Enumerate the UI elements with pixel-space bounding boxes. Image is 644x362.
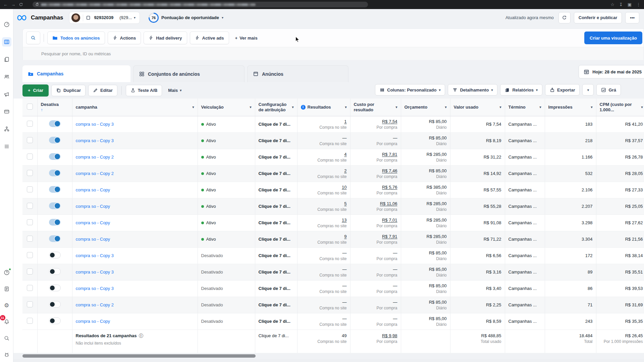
filter-chip-had-delivery[interactable]: Had delivery — [144, 32, 187, 44]
row-checkbox[interactable] — [27, 318, 33, 324]
address-bar[interactable] — [33, 2, 368, 7]
campaign-toggle[interactable] — [49, 120, 61, 127]
results-value[interactable]: 1 — [301, 119, 347, 124]
billing-icon[interactable] — [2, 107, 11, 116]
campaign-toggle[interactable] — [49, 317, 61, 324]
row-checkbox[interactable] — [27, 186, 33, 192]
results-value[interactable]: 5 — [301, 201, 347, 206]
scrollbar-thumb[interactable] — [22, 354, 256, 358]
header-impressoes[interactable]: Impressões▾ — [545, 99, 596, 116]
results-value[interactable]: 4 — [301, 152, 347, 157]
header-veiculacao[interactable]: Veiculação▾ — [198, 99, 255, 116]
tab-conjuntos-de-anuncios[interactable]: Conjuntos de anúncios — [133, 65, 245, 82]
row-checkbox[interactable] — [27, 154, 33, 160]
campaign-toggle[interactable] — [49, 301, 61, 308]
criar-button[interactable]: + Criar — [22, 84, 49, 97]
review-publish-button[interactable]: Conferir e publicar — [574, 12, 622, 23]
header-orcamento[interactable]: Orçamento▾ — [401, 99, 450, 116]
campaign-toggle[interactable] — [49, 202, 61, 209]
assets-icon[interactable] — [2, 124, 11, 134]
campaign-toggle[interactable] — [49, 137, 61, 143]
campaign-toggle[interactable] — [49, 285, 61, 291]
bell-icon[interactable]: 11 — [2, 317, 11, 326]
row-checkbox[interactable] — [27, 285, 33, 291]
campaign-toggle[interactable] — [49, 252, 61, 258]
results-value[interactable]: 2 — [301, 168, 347, 173]
campaign-name-link[interactable]: compra so - Copy 3 — [76, 286, 114, 291]
campaign-name-link[interactable]: compra so - Copy — [76, 187, 110, 192]
campaign-name-link[interactable]: compra so - Copy 3 — [76, 269, 114, 275]
search-input[interactable] — [23, 47, 644, 60]
campaign-name-link[interactable]: compra so - Copy — [76, 220, 110, 225]
header-valor-usado[interactable]: Valor usado▾ — [450, 99, 505, 116]
header-desativa[interactable]: Desativa ↑ — [37, 99, 72, 116]
campaign-name-link[interactable]: compra so - Copy 2 — [76, 171, 114, 176]
tab-campanhas[interactable]: Campanhas — [22, 65, 130, 82]
duplicar-button[interactable]: Duplicar — [51, 85, 86, 96]
campaign-name-link[interactable]: compra so - Copy — [76, 237, 110, 242]
campaign-toggle[interactable] — [49, 153, 61, 160]
pages-icon[interactable] — [2, 55, 11, 64]
teste-ab-button[interactable]: Teste A/B — [126, 85, 162, 96]
refresh-button[interactable] — [558, 12, 571, 23]
search-icon[interactable] — [2, 334, 11, 343]
header-resultados[interactable]: iResultados▾ — [297, 99, 350, 116]
campaign-name-link[interactable]: compra so - Copy — [76, 204, 110, 209]
extensions-icon[interactable]: ▣ — [628, 2, 632, 7]
header-campanha[interactable]: campanha▾ — [72, 99, 198, 116]
header-atribuicao[interactable]: Configuração de atribuição▾ — [255, 99, 297, 116]
campaigns-table-icon[interactable] — [2, 37, 11, 47]
audiences-icon[interactable] — [2, 72, 11, 81]
cost-per-result-value[interactable]: R$ 7,81 — [354, 152, 397, 157]
overview-icon[interactable] — [2, 20, 11, 29]
editar-button[interactable]: Editar — [88, 85, 117, 96]
help-icon[interactable] — [2, 268, 11, 277]
campaign-name-link[interactable]: compra so - Copy 2 — [76, 155, 114, 160]
browser-forward-icon[interactable]: → — [11, 2, 15, 7]
row-checkbox[interactable] — [27, 268, 33, 275]
gear-icon[interactable]: ⚙ — [2, 301, 11, 310]
filter-search-button[interactable] — [26, 32, 40, 44]
opportunity-score[interactable]: 76 Pontuação de oportunidade ▾ — [149, 13, 223, 23]
row-checkbox[interactable] — [27, 137, 33, 143]
header-custo[interactable]: Custo por resultado▾ — [350, 99, 401, 116]
footer-cost[interactable]: R$ 9,98 — [354, 333, 397, 338]
campaign-name-link[interactable]: compra so - Copy 2 — [76, 302, 114, 307]
header-cpm[interactable]: CPM (custo por 1.000...▾ — [596, 99, 644, 116]
browser-back-icon[interactable]: ← — [3, 2, 8, 7]
cost-per-result-value[interactable]: R$ 7,46 — [354, 168, 397, 173]
cost-per-result-value[interactable]: R$ 7,01 — [354, 218, 397, 223]
cost-per-result-value[interactable]: R$ 11,06 — [354, 201, 397, 206]
browser-menu-icon[interactable]: ⋮ — [636, 2, 641, 7]
ads-megaphone-icon[interactable] — [2, 89, 11, 99]
results-value[interactable]: 9 — [301, 234, 347, 239]
account-selector[interactable]: 92932039 (929...▾ — [69, 12, 140, 24]
download-icon[interactable]: ↧ — [619, 2, 623, 7]
row-checkbox[interactable] — [27, 170, 33, 176]
results-value[interactable]: 10 — [301, 185, 347, 190]
create-view-button[interactable]: Criar uma visualização — [584, 32, 642, 44]
bug-icon[interactable] — [2, 350, 11, 359]
row-checkbox[interactable] — [27, 203, 33, 209]
results-value[interactable]: 13 — [301, 218, 347, 223]
date-range-button[interactable]: Hoje: 28 de mai de 2025 — [579, 65, 644, 78]
cost-per-result-value[interactable]: R$ 7,54 — [354, 119, 397, 124]
row-checkbox[interactable] — [27, 252, 33, 258]
campaign-toggle[interactable] — [49, 268, 61, 275]
filter-chip-all-ads[interactable]: Todos os anúncios — [47, 32, 105, 44]
exportar-caret-button[interactable]: ▾ — [582, 84, 594, 96]
bookmark-star-icon[interactable]: ☆ — [610, 2, 614, 7]
cost-per-result-value[interactable]: R$ 5,76 — [354, 185, 397, 190]
browser-reload-icon[interactable] — [19, 2, 23, 7]
exportar-button[interactable]: Exportar — [545, 84, 580, 96]
row-checkbox[interactable] — [27, 236, 33, 242]
relatorios-button[interactable]: Relatórios▾ — [500, 84, 542, 96]
campaign-toggle[interactable] — [49, 235, 61, 242]
filter-chip-actions[interactable]: Actions — [108, 32, 141, 44]
campaign-name-link[interactable]: compra so - Copy 3 — [76, 122, 114, 127]
colunas-button[interactable]: Colunas: Personalizado▾ — [375, 84, 445, 96]
ver-mais-button[interactable]: + Ver mais — [232, 36, 261, 41]
tab-anuncios[interactable]: Anúncios — [247, 65, 348, 82]
campaign-name-link[interactable]: compra so - Copy 3 — [76, 138, 114, 143]
select-all-checkbox[interactable] — [27, 104, 33, 110]
